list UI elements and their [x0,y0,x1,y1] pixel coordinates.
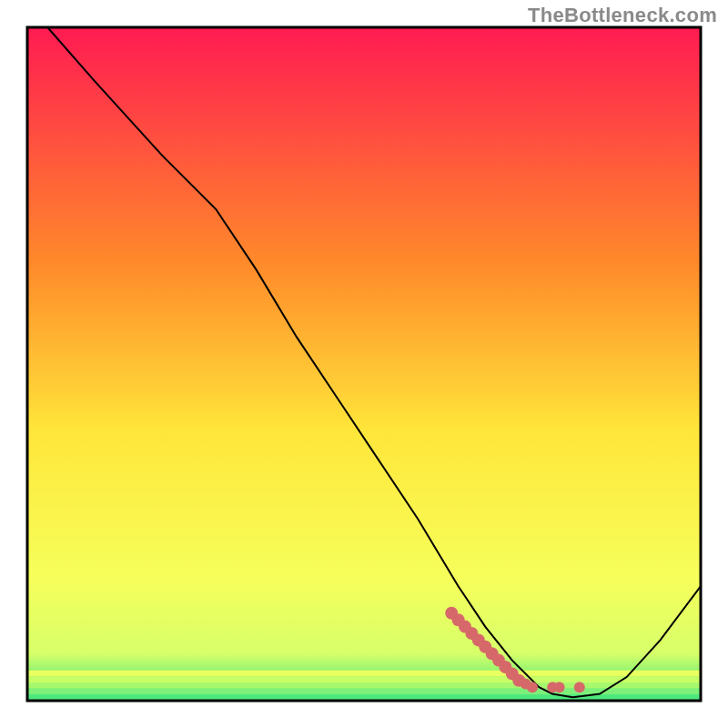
bottom-bands [27,671,701,701]
scatter-point [527,682,538,693]
svg-rect-1 [27,676,701,682]
chart-svg [0,0,728,728]
svg-rect-0 [27,671,701,677]
scatter-point [574,682,585,693]
plot-background [27,27,701,701]
chart-container: TheBottleneck.com [0,0,728,728]
svg-rect-2 [27,682,701,689]
scatter-point [554,682,565,693]
watermark-text: TheBottleneck.com [528,4,717,27]
